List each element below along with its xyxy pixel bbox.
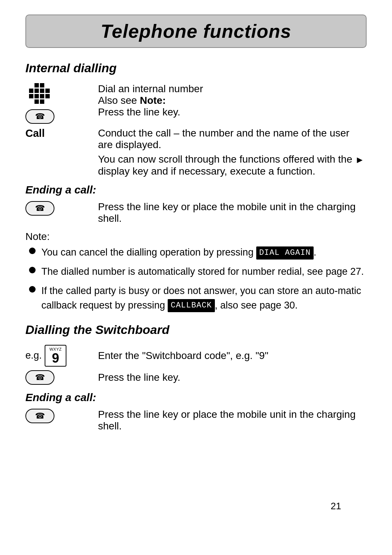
switchboard-step2-text: Press the line key. bbox=[91, 372, 367, 383]
switchboard-step1-block: e.g. WXYZ 9 Enter the "Switchboard code"… bbox=[25, 345, 367, 367]
call-text2b: display key and if necessary, execute a … bbox=[98, 166, 315, 177]
ending-call-block-1: ☎ Press the line key or place the mobile… bbox=[25, 201, 367, 224]
bullet2-text: The dialled number is automatically stor… bbox=[41, 265, 364, 279]
step1-text-col: Dial an internal number Also see Note: P… bbox=[91, 83, 367, 124]
ending-call-section-2: Ending a call: ☎ Press the line key or p… bbox=[25, 391, 367, 432]
call-label: Call bbox=[25, 127, 54, 139]
line-key-button-2[interactable]: ☎ bbox=[25, 201, 54, 216]
phone-icon-3: ☎ bbox=[35, 373, 45, 382]
line-key-button-3[interactable]: ☎ bbox=[25, 370, 54, 385]
eg-row: e.g. WXYZ 9 bbox=[25, 345, 66, 367]
line-key-button-4[interactable]: ☎ bbox=[25, 409, 54, 423]
switchboard-icon-col-2: ☎ bbox=[25, 370, 91, 385]
ending-text-col-1: Press the line key or place the mobile u… bbox=[91, 201, 367, 224]
bullet3-text-end: , also see page 30. bbox=[215, 300, 298, 311]
call-text-col: Conduct the call – the number and the na… bbox=[91, 127, 367, 177]
ending-text-col-2: Press the line key or place the mobile u… bbox=[91, 409, 367, 432]
ending-call-block-2: ☎ Press the line key or place the mobile… bbox=[25, 409, 367, 432]
switchboard-enter-text: Enter the "Switchboard code", e.g. "9" bbox=[98, 350, 367, 362]
key9-box: WXYZ 9 bbox=[45, 345, 66, 367]
ending-text-1: Press the line key or place the mobile u… bbox=[98, 201, 367, 224]
phone-icon-2: ☎ bbox=[35, 204, 45, 213]
step2-text: Press the line key. bbox=[98, 106, 180, 118]
bullet-dot-2 bbox=[29, 267, 36, 273]
line-key-button-1[interactable]: ☎ bbox=[25, 109, 54, 124]
also-see-text: Also see Note: bbox=[98, 95, 166, 106]
bullet-dot-3 bbox=[29, 286, 36, 293]
phone-icon-4: ☎ bbox=[35, 411, 45, 421]
bullet1-end: . bbox=[314, 247, 317, 258]
ending-a-call-label-1: Ending a call: bbox=[25, 184, 367, 196]
note-label: Note: bbox=[25, 231, 367, 242]
bullet-item-2: The dialled number is automatically stor… bbox=[29, 265, 367, 279]
step1-block: ☎ Dial an internal number Also see Note:… bbox=[25, 83, 367, 124]
internal-dialling-heading: Internal dialling bbox=[25, 61, 367, 75]
switchboard-step2-block: ☎ Press the line key. bbox=[25, 370, 367, 385]
phone-grid-icon bbox=[29, 83, 51, 105]
call-text2: You can now scroll through the functions… bbox=[98, 154, 367, 177]
call-row: Call Conduct the call – the number and t… bbox=[25, 127, 367, 177]
page-title: Telephone functions bbox=[41, 20, 351, 42]
ending-text-2: Press the line key or place the mobile u… bbox=[98, 409, 367, 432]
display-key-arrow: ► bbox=[355, 154, 364, 166]
note-section: Note: You can cancel the dialling operat… bbox=[25, 231, 367, 313]
icon-col-1: ☎ bbox=[25, 83, 91, 124]
internal-dialling-section: Internal dialling ☎ bbox=[25, 61, 367, 313]
ending-icon-col-1: ☎ bbox=[25, 201, 91, 224]
bullet-list: You can cancel the dialling operation by… bbox=[25, 245, 367, 313]
phone-icon-1: ☎ bbox=[35, 112, 45, 121]
step1-dial-text: Dial an internal number Also see Note: P… bbox=[98, 83, 367, 118]
key9-num: 9 bbox=[45, 352, 66, 365]
switchboard-section: Dialling the Switchboard e.g. WXYZ 9 Ent… bbox=[25, 323, 367, 432]
call-text1: Conduct the call – the number and the na… bbox=[98, 127, 367, 151]
call-label-col: Call bbox=[25, 127, 91, 139]
switchboard-heading: Dialling the Switchboard bbox=[25, 323, 367, 337]
bullet1-text: You can cancel the dialling operation by… bbox=[41, 247, 256, 258]
note-bold: Note: bbox=[140, 95, 166, 106]
page-wrapper: Telephone functions Internal dialling bbox=[25, 15, 367, 530]
callback-badge: CALLBACK bbox=[168, 299, 215, 312]
eg-label: e.g. bbox=[25, 350, 42, 361]
switchboard-press-line-key: Press the line key. bbox=[98, 372, 367, 383]
ending-icon-col-2: ☎ bbox=[25, 409, 91, 432]
dial-again-badge: DIAL AGAIN bbox=[256, 246, 314, 260]
bullet-item-1: You can cancel the dialling operation by… bbox=[29, 245, 367, 260]
ending-call-section-1: Ending a call: ☎ Press the line key or p… bbox=[25, 184, 367, 224]
ending-a-call-label-2: Ending a call: bbox=[25, 391, 367, 404]
page-title-box: Telephone functions bbox=[25, 15, 367, 48]
switchboard-step1-text: Enter the "Switchboard code", e.g. "9" bbox=[91, 350, 367, 362]
bullet-dot-1 bbox=[29, 248, 36, 254]
bullet-item-3: If the called party is busy or does not … bbox=[29, 284, 367, 312]
switchboard-icon-col-1: e.g. WXYZ 9 bbox=[25, 345, 91, 367]
page-number: 21 bbox=[331, 501, 341, 512]
